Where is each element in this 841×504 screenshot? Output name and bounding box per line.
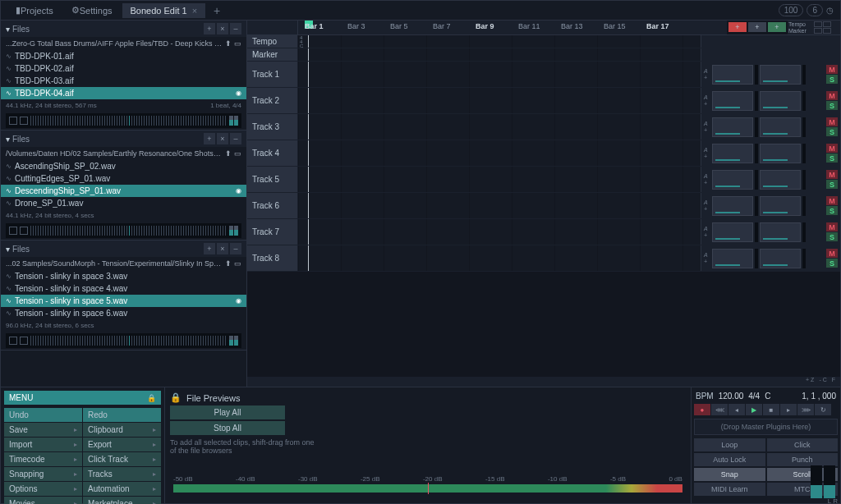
zoom-fit[interactable]: F <box>832 377 835 387</box>
solo-button[interactable]: S <box>826 127 838 136</box>
chevron-down-icon[interactable]: ▾ <box>6 245 10 254</box>
mute-button[interactable]: M <box>826 196 838 205</box>
play-button[interactable]: ▶ <box>746 404 762 415</box>
file-item[interactable]: ∿TBD-DPK-01.aif <box>1 50 246 62</box>
track-label[interactable]: Track 5 <box>247 167 298 192</box>
track-label[interactable]: Track 7 <box>247 219 298 245</box>
chevron-down-icon[interactable]: ▾ <box>6 25 10 34</box>
play-icon[interactable] <box>20 117 28 125</box>
plus-letter[interactable]: + <box>704 127 710 133</box>
volume-block[interactable] <box>712 170 753 190</box>
plus-letter[interactable]: + <box>704 75 710 80</box>
track-lane[interactable] <box>298 193 701 218</box>
marker-add-grey[interactable]: + <box>748 22 766 32</box>
solo-button[interactable]: S <box>826 206 838 215</box>
track-label[interactable]: Track 4 <box>247 140 298 166</box>
zoom-out[interactable]: - C <box>819 377 826 387</box>
dash-icon[interactable]: – <box>230 133 241 144</box>
close-icon[interactable]: × <box>192 6 197 16</box>
arm-letter[interactable]: A <box>704 173 710 179</box>
option-click[interactable]: Click <box>767 438 839 451</box>
bpm-value[interactable]: 120.00 <box>719 392 744 401</box>
volume-block[interactable] <box>712 117 753 137</box>
add-icon[interactable]: + <box>204 133 215 144</box>
pan-block[interactable] <box>760 196 801 216</box>
arm-letter[interactable]: A <box>704 94 710 100</box>
track-lane[interactable] <box>298 167 701 192</box>
back-button[interactable]: ◂ <box>728 404 745 415</box>
toggle-box[interactable] <box>823 21 831 27</box>
folder-icon[interactable]: ▭ <box>234 149 241 158</box>
add-icon[interactable]: + <box>204 243 215 254</box>
track-lane[interactable] <box>298 245 701 271</box>
timesig[interactable]: 4/4 <box>748 392 760 401</box>
plus-letter[interactable]: + <box>704 180 710 186</box>
menu-item-clipboard[interactable]: Clipboard▸ <box>83 423 161 437</box>
tab-projects[interactable]: ▮ Projects <box>7 2 62 18</box>
rewind-button[interactable]: ⋘ <box>711 404 728 415</box>
menu-item-save[interactable]: Save▸ <box>4 423 82 437</box>
timeline-ruler[interactable]: Bar 1Bar 3Bar 5Bar 7Bar 9Bar 11Bar 13Bar… <box>298 21 727 34</box>
toggle-tempo[interactable]: Tempo <box>788 21 813 27</box>
toggle-box[interactable] <box>814 28 822 34</box>
fwd-button[interactable]: ▸ <box>780 404 797 415</box>
folder-icon[interactable]: ▭ <box>234 259 241 268</box>
master-plugins-drop[interactable]: (Drop Master Plugins Here) <box>694 419 838 435</box>
file-item[interactable]: ∿TBD-DPK-02.aif <box>1 62 246 75</box>
loop-button[interactable]: ↻ <box>815 404 831 415</box>
folder-icon[interactable]: ▭ <box>234 39 241 48</box>
volume-block[interactable] <box>712 144 753 163</box>
arm-letter[interactable]: A <box>704 68 710 74</box>
option-midi-learn[interactable]: MIDI Learn <box>694 483 765 496</box>
track-label[interactable]: Marker <box>247 48 298 61</box>
menu-item-automation[interactable]: Automation▸ <box>83 482 161 496</box>
option-auto-lock[interactable]: Auto Lock <box>694 453 765 466</box>
track-lane[interactable] <box>298 114 701 140</box>
add-icon[interactable]: + <box>204 23 215 34</box>
stop-icon[interactable] <box>9 117 17 125</box>
file-item[interactable]: ∿CuttingEdges_SP_01.wav <box>1 172 246 185</box>
mute-button[interactable]: M <box>826 144 838 153</box>
up-icon[interactable]: ⬆ <box>225 259 232 268</box>
tab-add[interactable]: + <box>207 2 227 19</box>
record-button[interactable]: ● <box>694 404 710 415</box>
menu-item-import[interactable]: Import▸ <box>4 438 82 451</box>
file-item[interactable]: ∿Tension - slinky in space 4.wav <box>1 282 246 295</box>
panel-path[interactable]: ...Zero-G Total Bass Drums/AIFF Apple Fi… <box>1 37 246 50</box>
solo-button[interactable]: S <box>826 75 838 84</box>
pan-block[interactable] <box>760 144 801 163</box>
tab-document[interactable]: Bonedo Edit 1× <box>122 3 206 18</box>
waveform-preview[interactable] <box>6 223 241 238</box>
pan-block[interactable] <box>760 65 801 85</box>
track-lane[interactable] <box>298 48 701 61</box>
pan-block[interactable] <box>760 222 801 242</box>
track-label[interactable]: Track 2 <box>247 88 298 113</box>
option-punch[interactable]: Punch <box>767 453 839 466</box>
lock-icon[interactable]: 🔒 <box>170 392 182 403</box>
marker-add-red[interactable]: + <box>728 22 747 32</box>
zoom-in[interactable]: + Z <box>806 377 814 387</box>
volume-block[interactable] <box>712 249 753 268</box>
menu-item-movies[interactable]: Movies▸ <box>4 497 82 504</box>
play-all-button[interactable]: Play All <box>170 405 285 419</box>
stop-all-button[interactable]: Stop All <box>170 421 285 435</box>
waveform[interactable] <box>30 336 227 346</box>
arm-letter[interactable]: A <box>704 121 710 126</box>
mute-button[interactable]: M <box>826 170 838 179</box>
track-label[interactable]: Track 8 <box>247 245 298 271</box>
marker-add-green[interactable]: + <box>768 22 786 32</box>
panel-path[interactable]: ...02 Samples/SoundMorph - Tension/Exper… <box>1 257 246 270</box>
menu-item-export[interactable]: Export▸ <box>83 438 161 451</box>
play-icon[interactable] <box>20 337 28 345</box>
lock-icon[interactable]: 🔒 <box>147 394 156 402</box>
end-button[interactable]: ⋙ <box>797 404 814 415</box>
waveform-preview[interactable] <box>6 333 241 348</box>
arm-letter[interactable]: A <box>704 199 710 205</box>
plus-letter[interactable]: + <box>704 101 710 107</box>
file-item[interactable]: ∿TBD-DPK-04.aif◉ <box>1 87 246 99</box>
menu-item-redo[interactable]: Redo <box>83 408 161 422</box>
up-icon[interactable]: ⬆ <box>225 149 232 158</box>
volume-block[interactable] <box>712 65 753 85</box>
close-icon[interactable]: × <box>217 133 228 144</box>
menu-item-undo[interactable]: Undo <box>4 408 82 422</box>
